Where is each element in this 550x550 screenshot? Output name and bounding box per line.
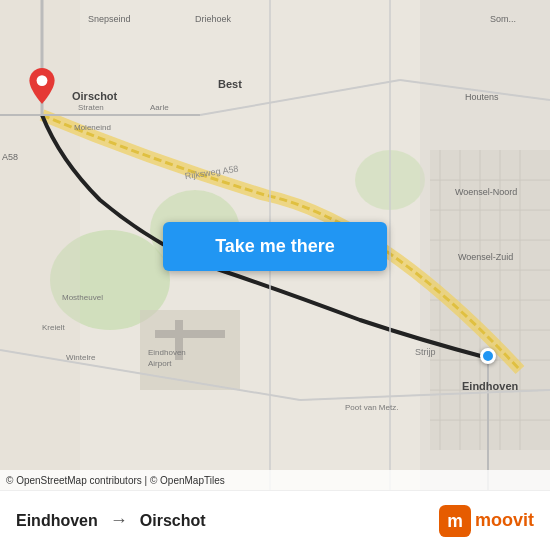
map-attribution: © OpenStreetMap contributors | © OpenMap…	[0, 470, 550, 490]
pin-eindhoven	[480, 348, 496, 364]
moovit-text: moovit	[475, 510, 534, 531]
svg-point-55	[37, 75, 48, 86]
svg-text:Eindhoven: Eindhoven	[148, 348, 186, 357]
svg-text:Houtens: Houtens	[465, 92, 499, 102]
svg-text:Straten: Straten	[78, 103, 104, 112]
route-to: Oirschot	[140, 512, 206, 530]
map-container: Oirschot Best Eindhoven Snepseind Drieho…	[0, 0, 550, 490]
svg-text:Airport: Airport	[148, 359, 172, 368]
svg-rect-23	[155, 330, 225, 338]
svg-text:Eindhoven: Eindhoven	[462, 380, 519, 392]
pin-oirschot	[28, 68, 56, 108]
bottom-bar: Eindhoven → Oirschot m moovit	[0, 490, 550, 550]
moovit-logo: m moovit	[439, 505, 534, 537]
svg-text:Snepseind: Snepseind	[88, 14, 131, 24]
svg-text:Moleneind: Moleneind	[74, 123, 111, 132]
svg-text:Mostheuvel: Mostheuvel	[62, 293, 103, 302]
svg-text:Poot van Metz.: Poot van Metz.	[345, 403, 398, 412]
svg-text:m: m	[447, 510, 463, 530]
route-from: Eindhoven	[16, 512, 98, 530]
svg-text:Wintelre: Wintelre	[66, 353, 96, 362]
svg-text:Strijp: Strijp	[415, 347, 436, 357]
route-info: Eindhoven → Oirschot	[16, 510, 439, 531]
svg-text:Woensel-Noord: Woensel-Noord	[455, 187, 517, 197]
route-arrow: →	[110, 510, 128, 531]
take-me-there-button[interactable]: Take me there	[163, 222, 387, 271]
svg-text:A58: A58	[2, 152, 18, 162]
svg-text:Driehoek: Driehoek	[195, 14, 232, 24]
svg-text:Woensel-Zuid: Woensel-Zuid	[458, 252, 513, 262]
svg-text:Kreielt: Kreielt	[42, 323, 65, 332]
moovit-icon: m	[439, 505, 471, 537]
svg-text:Best: Best	[218, 78, 242, 90]
svg-text:Oirschot: Oirschot	[72, 90, 118, 102]
svg-text:Som...: Som...	[490, 14, 516, 24]
svg-text:Aarle: Aarle	[150, 103, 169, 112]
